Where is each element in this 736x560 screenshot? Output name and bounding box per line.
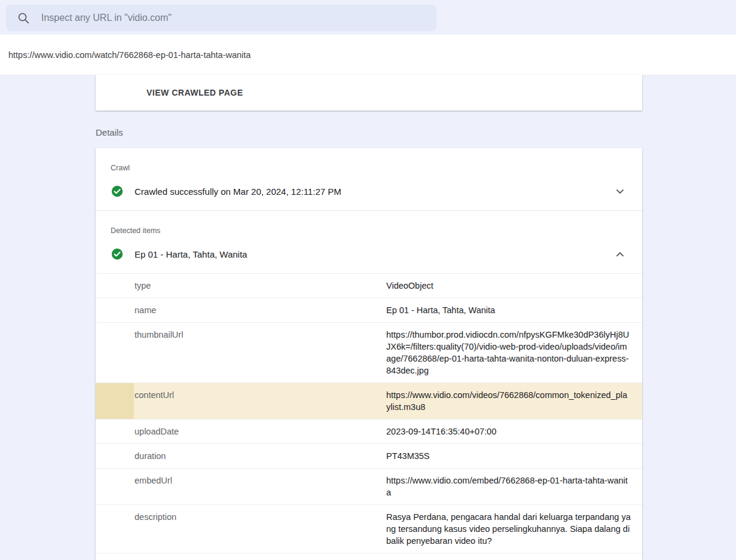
detected-items-label: Detected items <box>96 211 642 235</box>
property-key: name <box>96 298 386 322</box>
search-icon <box>17 11 30 25</box>
property-key: thumbnailUrl <box>96 323 386 382</box>
search-input[interactable] <box>41 13 427 23</box>
property-key: contentUrl <box>96 383 386 419</box>
row-thumbnailurl[interactable]: thumbnailUrl https://thumbor.prod.vidioc… <box>96 323 642 383</box>
inspected-url-band: https://www.vidio.com/watch/7662868-ep-0… <box>0 35 736 75</box>
row-contenturl[interactable]: contentUrl https://www.vidio.com/videos/… <box>96 383 642 420</box>
properties-table: type VideoObject name Ep 01 - Harta, Tah… <box>96 273 642 553</box>
property-key: description <box>96 505 386 553</box>
row-type[interactable]: type VideoObject <box>96 274 642 298</box>
crawl-status-text: Crawled successfully on Mar 20, 2024, 12… <box>135 186 613 197</box>
property-value: PT43M35S <box>386 444 642 468</box>
view-crawled-page-button[interactable]: VIEW CRAWLED PAGE <box>146 88 243 97</box>
row-embedurl[interactable]: embedUrl https://www.vidio.com/embed/766… <box>96 469 642 505</box>
crawl-section-label: Crawl <box>96 148 642 172</box>
inspected-url: https://www.vidio.com/watch/7662868-ep-0… <box>8 50 251 60</box>
url-inspection-search-bar[interactable] <box>6 5 436 31</box>
row-duration[interactable]: duration PT43M35S <box>96 444 642 469</box>
check-circle-icon <box>111 247 124 261</box>
crawl-status-row[interactable]: Crawled successfully on Mar 20, 2024, 12… <box>96 172 642 210</box>
crawled-page-card: VIEW CRAWLED PAGE <box>96 75 642 111</box>
property-value: Ep 01 - Harta, Tahta, Wanita <box>386 298 642 322</box>
property-key: uploadDate <box>96 420 386 443</box>
property-value: 2023-09-14T16:35:40+07:00 <box>386 420 642 443</box>
property-value: https://www.vidio.com/embed/7662868-ep-0… <box>386 469 642 504</box>
property-value: Rasya Perdana, pengacara handal dari kel… <box>386 505 642 553</box>
row-name[interactable]: name Ep 01 - Harta, Tahta, Wanita <box>96 298 642 323</box>
row-description[interactable]: description Rasya Perdana, pengacara han… <box>96 505 642 553</box>
row-uploaddate[interactable]: uploadDate 2023-09-14T16:35:40+07:00 <box>96 420 642 444</box>
property-value: VideoObject <box>386 274 642 298</box>
property-value: https://www.vidio.com/videos/7662868/com… <box>386 383 642 419</box>
property-value: https://thumbor.prod.vidiocdn.com/nfpysK… <box>386 323 642 382</box>
property-key: duration <box>96 444 386 468</box>
details-card: Crawl Crawled successfully on Mar 20, 20… <box>96 148 642 560</box>
check-circle-icon <box>111 185 124 198</box>
chevron-down-icon[interactable] <box>613 184 627 198</box>
property-key: embedUrl <box>96 469 386 504</box>
detected-item-row[interactable]: Ep 01 - Harta, Tahta, Wanita <box>96 235 642 273</box>
details-heading: Details <box>96 127 123 137</box>
chevron-up-icon[interactable] <box>613 247 627 261</box>
detected-item-title: Ep 01 - Harta, Tahta, Wanita <box>135 249 613 259</box>
top-bar <box>0 0 736 35</box>
property-key: type <box>96 274 386 298</box>
